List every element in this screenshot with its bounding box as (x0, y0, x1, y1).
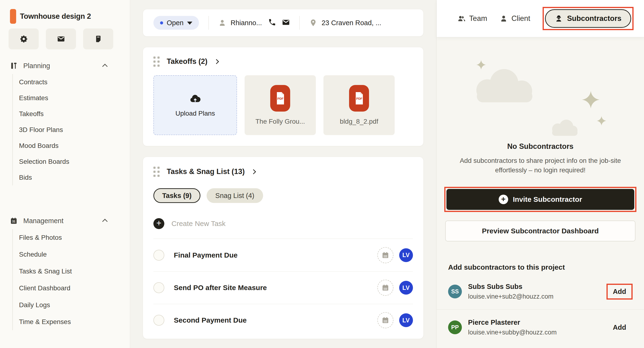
sidebar-item-time-expenses[interactable]: Time & Expenses (19, 313, 130, 330)
tab-snag-list[interactable]: Snag List (4) (206, 188, 263, 203)
calendar-icon (381, 316, 390, 324)
svg-text:PDF: PDF (356, 97, 362, 100)
status-dot (160, 21, 163, 24)
tab-tasks[interactable]: Tasks (9) (154, 188, 200, 203)
task-checkbox[interactable] (154, 282, 164, 293)
tab-subcontractors-label: Subcontractors (567, 14, 622, 23)
sidebar-item-tasks-snag-list[interactable]: Tasks & Snag List (19, 263, 130, 280)
task-name[interactable]: Second Payment Due (174, 316, 377, 324)
sidebar-item-files-photos[interactable]: Files & Photos (19, 229, 130, 246)
project-messages-button[interactable] (46, 28, 76, 50)
sidebar-item-daily-logs[interactable]: Daily Logs (19, 296, 130, 313)
sidebar-item-contracts[interactable]: Contracts (19, 74, 130, 90)
chevron-right-icon[interactable] (214, 59, 219, 64)
project-notes-button[interactable] (83, 28, 113, 50)
sidebar-item-selection-boards[interactable]: Selection Boards (19, 154, 130, 170)
drag-handle-icon[interactable] (154, 56, 160, 67)
pdf-icon: PDF (270, 85, 290, 112)
call-client-button[interactable] (268, 18, 276, 27)
takeoffs-header: Takeoffs (2) (154, 56, 413, 67)
email-client-button[interactable] (282, 18, 290, 27)
tab-client-label: Client (512, 14, 530, 23)
cloud-icon (472, 68, 539, 103)
client-name[interactable]: Rhianno... (230, 19, 262, 27)
person-icon (500, 14, 508, 22)
pdf-icon: PDF (349, 85, 369, 112)
plus-icon: + (499, 195, 508, 204)
project-settings-button[interactable] (8, 28, 39, 50)
takeoffs-card: Takeoffs (2) Upload Plans PDF The Folly … (143, 47, 424, 146)
svg-text:PDF: PDF (277, 97, 284, 100)
planning-items: Contracts Estimates Takeoffs 3D Floor Pl… (12, 74, 130, 186)
task-name[interactable]: Final Payment Due (174, 251, 377, 259)
sidebar-item-bids[interactable]: Bids (19, 170, 130, 186)
sidebar-item-takeoffs[interactable]: Takeoffs (19, 106, 130, 122)
document-icon (94, 35, 102, 43)
planning-section-label: Planning (23, 62, 102, 70)
subcontractor-row: SS Subs Subs Subs louise.vine+sub2@houzz… (437, 278, 644, 306)
empty-state-description: Add subcontractors to share project info… (454, 156, 626, 175)
sidebar-item-mood-boards[interactable]: Mood Boards (19, 138, 130, 154)
set-due-date-button[interactable] (377, 312, 394, 328)
calendar-icon (381, 251, 390, 259)
caret-down-icon (187, 22, 192, 25)
status-label: Open (167, 19, 184, 27)
tab-team[interactable]: Team (457, 14, 487, 23)
sidebar-item-estimates[interactable]: Estimates (19, 90, 130, 106)
cloud-icon (548, 119, 580, 136)
takeoff-file-name: The Folly Grou... (256, 118, 305, 125)
add-subcontractor-button[interactable]: Add (606, 320, 632, 336)
person-icon (218, 19, 226, 27)
management-section-label: Management (23, 217, 102, 225)
drag-handle-icon[interactable] (154, 167, 160, 177)
assignee-avatar: LV (399, 313, 413, 327)
annotation-highlight-add: Add (606, 284, 632, 300)
invite-subcontractor-label: Invite Subcontractor (513, 195, 582, 204)
takeoff-file-tile[interactable]: PDF bldg_8_2.pdf (324, 75, 395, 135)
tab-subcontractors[interactable]: Subcontractors (545, 9, 631, 28)
task-row: Second Payment Due LV (154, 304, 413, 336)
svg-text:31: 31 (12, 220, 16, 223)
takeoff-file-name: bldg_8_2.pdf (340, 118, 378, 125)
tab-client[interactable]: Client (500, 14, 530, 23)
task-name[interactable]: Send PO after Site Measure (174, 284, 377, 292)
assignee-avatar: LV (399, 248, 413, 262)
preview-subcontractor-dashboard-button[interactable]: Preview Subcontractor Dashboard (445, 220, 636, 242)
add-subcontractors-heading: Add subcontractors to this project (448, 263, 644, 271)
sidebar-section-planning[interactable]: Planning (10, 59, 106, 73)
add-subcontractor-button[interactable]: Add (613, 288, 626, 296)
tab-team-label: Team (469, 14, 487, 23)
status-dropdown[interactable]: Open (154, 16, 199, 30)
chevron-right-icon[interactable] (251, 169, 256, 174)
location-pin-icon (309, 19, 317, 27)
sparkle-icon (597, 116, 606, 126)
project-nav: Planning Contracts Estimates Takeoffs 3D… (0, 59, 130, 330)
sidebar-section-management[interactable]: 31 Management (10, 214, 106, 228)
sidebar-item-client-dashboard[interactable]: Client Dashboard (19, 280, 130, 296)
set-due-date-button[interactable] (377, 280, 394, 296)
subcontractor-row: PP Pierce Plasterer louise.vine+subby@ho… (437, 313, 644, 341)
subcontractor-email: louise.vine+sub2@houzz.com (468, 293, 606, 300)
phone-icon (268, 18, 276, 26)
create-new-task-input[interactable]: + Create New Task (154, 218, 226, 229)
plus-icon: + (154, 218, 164, 229)
gear-icon (20, 35, 28, 43)
takeoff-file-tile[interactable]: PDF The Folly Grou... (244, 75, 316, 135)
upload-plans-tile[interactable]: Upload Plans (154, 75, 237, 135)
empty-state-title: No Subcontractors (437, 142, 644, 151)
tasks-card: Tasks & Snag List (13) Tasks (9) Snag Li… (143, 157, 424, 339)
annotation-highlight-subcontractors: Subcontractors (542, 7, 634, 30)
invite-subcontractor-button[interactable]: + Invite Subcontractor (446, 189, 634, 210)
avatar: PP (448, 320, 462, 334)
task-checkbox[interactable] (154, 250, 164, 261)
sidebar-item-3d-floor-plans[interactable]: 3D Floor Plans (19, 122, 130, 138)
subcontractor-info: Pierce Plasterer louise.vine+subby@houzz… (468, 318, 606, 336)
set-due-date-button[interactable] (377, 247, 394, 263)
calendar-icon (381, 284, 390, 292)
calendar-31-icon: 31 (10, 217, 18, 224)
sidebar-item-schedule[interactable]: Schedule (19, 246, 130, 263)
task-checkbox[interactable] (154, 315, 164, 326)
assignee-avatar: LV (399, 281, 413, 294)
project-address[interactable]: 23 Craven Road, ... (322, 19, 381, 27)
ruler-icon (10, 62, 18, 70)
